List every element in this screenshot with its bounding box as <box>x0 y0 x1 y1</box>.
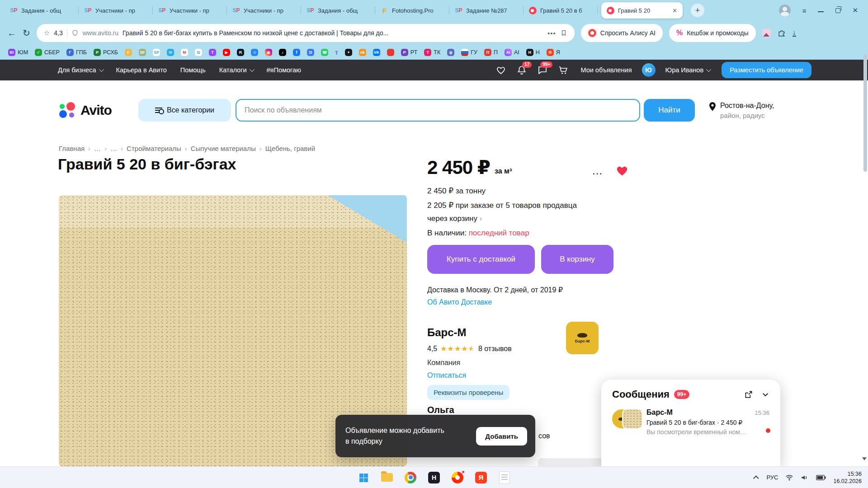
browser-tab[interactable]: Гравий 5 20✕ <box>601 2 683 19</box>
browser-tab[interactable]: SPУчастники - пр <box>79 0 153 21</box>
browser-tab[interactable]: SPУчастники - пр <box>227 0 301 21</box>
messages-chat-icon[interactable]: 99+ <box>537 65 548 75</box>
bookmark-item[interactable]: ГУ <box>461 49 477 56</box>
bookmark-item[interactable]: f <box>293 49 300 56</box>
browser-tab[interactable]: SPУчастники - пр <box>153 0 227 21</box>
seller-reviews[interactable]: 8 отзывов <box>478 345 512 353</box>
bookmark-item[interactable]: т <box>335 49 338 56</box>
shield-icon[interactable] <box>71 29 79 37</box>
about-delivery-link[interactable]: Об Авито Доставке <box>427 298 492 306</box>
bookmark-item[interactable]: РРТ <box>401 49 417 56</box>
browser-tab[interactable]: SPЗадание №287 <box>449 0 524 21</box>
minimize-button[interactable] <box>818 9 824 12</box>
downloads-icon[interactable]: ↓ <box>793 29 796 37</box>
unsubscribe-link[interactable]: Отписаться <box>427 371 466 380</box>
maximize-button[interactable] <box>835 8 840 13</box>
bookmark-item[interactable]: ok <box>359 49 366 56</box>
browser-tab[interactable]: FFotohosting.Pro <box>375 0 449 21</box>
file-explorer-icon[interactable] <box>378 469 396 486</box>
seller-name[interactable]: Барс-М <box>427 326 467 339</box>
search-submit-button[interactable]: Найти <box>644 99 695 122</box>
tray-expand-icon[interactable] <box>753 475 759 481</box>
yandex-app-icon[interactable]: Я <box>472 469 490 486</box>
bookmark-item[interactable]: ♪ <box>279 49 286 56</box>
bookmark-item[interactable]: SP <box>153 49 160 56</box>
bookmark-item[interactable]: ✓СБЕР <box>35 49 60 56</box>
collections-icon[interactable] <box>762 29 771 38</box>
bookmark-item[interactable] <box>387 49 394 56</box>
taskbar-clock[interactable]: 15:36 16.02.2026 <box>833 470 862 485</box>
user-avatar[interactable]: Ю <box>642 63 656 77</box>
battery-icon[interactable] <box>816 474 826 481</box>
avito-nav-item[interactable]: Каталоги <box>219 66 253 74</box>
bookmark-item[interactable]: ▶ <box>223 49 230 56</box>
search-input[interactable] <box>236 99 640 122</box>
notifications-bell-icon[interactable]: 17 <box>516 65 527 75</box>
bookmark-item[interactable]: F <box>125 49 132 56</box>
chrome-icon[interactable] <box>402 469 419 486</box>
back-icon[interactable]: ← <box>7 28 16 38</box>
post-ad-button[interactable]: Разместить объявление <box>722 62 811 78</box>
app-h-icon[interactable]: H <box>425 469 443 486</box>
wifi-icon[interactable] <box>785 474 793 481</box>
language-indicator[interactable]: РУС <box>766 474 778 481</box>
bookmark-item[interactable]: ◉ <box>265 49 272 56</box>
bookmark-item[interactable]: ☺ <box>251 49 258 56</box>
scrollbar-down-arrow[interactable] <box>862 457 867 460</box>
cart-icon[interactable] <box>558 65 569 75</box>
location-selector[interactable]: Ростов-на-Дону, район, радиус <box>708 102 774 119</box>
favorites-heart-icon[interactable] <box>495 65 506 75</box>
favorite-heart-icon[interactable] <box>615 164 629 177</box>
breadcrumb-item[interactable]: Сыпучие материалы <box>191 145 265 152</box>
bookmark-item[interactable]: ψ <box>447 49 454 56</box>
avito-logo[interactable]: Avito <box>59 102 126 119</box>
browser-tab[interactable]: SPЗадания - общ <box>5 0 79 21</box>
browser-tab[interactable]: SPЗадания - общ <box>301 0 375 21</box>
bookmark-item[interactable]: ЯЯ <box>547 49 560 56</box>
avito-nav-item[interactable]: Помощь <box>180 66 206 74</box>
avito-nav-item[interactable]: #яПомогаю <box>267 66 301 74</box>
more-icon[interactable]: ••• <box>547 29 556 37</box>
bookmark-item[interactable]: AIAI <box>505 49 519 56</box>
collapse-chevron-icon[interactable] <box>761 390 769 399</box>
avito-nav-item[interactable]: Карьера в Авито <box>116 66 167 74</box>
bookmark-item[interactable]: R <box>237 49 244 56</box>
breadcrumb-item[interactable]: … <box>110 145 127 152</box>
breadcrumb-item[interactable]: … <box>94 145 110 152</box>
bookmark-item[interactable]: T <box>209 49 216 56</box>
breadcrumb-item[interactable]: Стройматериалы <box>127 145 191 152</box>
add-to-cart-button[interactable]: В корзину <box>541 245 613 274</box>
bookmark-item[interactable]: ✉ <box>167 49 174 56</box>
bookmark-item[interactable]: ГГПБ <box>66 49 87 56</box>
tab-close-icon[interactable]: ✕ <box>670 7 677 14</box>
scrollbar-thumb[interactable] <box>863 54 867 172</box>
browser-profile-avatar[interactable] <box>779 5 791 16</box>
bookmark-item[interactable]: G <box>195 49 202 56</box>
bookmark-item[interactable]: ТТК <box>424 49 440 56</box>
bookmark-item[interactable]: VK <box>373 49 380 56</box>
extensions-puzzle-icon[interactable] <box>777 28 786 38</box>
yandex-browser-icon[interactable] <box>449 469 466 486</box>
reload-icon[interactable]: ↻ <box>23 28 30 38</box>
user-menu[interactable]: Юра Иванов <box>665 66 710 74</box>
open-external-icon[interactable] <box>744 390 753 399</box>
seller-avatar[interactable]: Барс-М <box>566 322 599 354</box>
add-to-collection-button[interactable]: Добавить <box>476 427 527 446</box>
bookmark-item[interactable]: ☎ <box>321 49 328 56</box>
message-list-item[interactable]: Барс-М 15:36 Гравий 5 20 в биг-бэгах · 2… <box>601 406 780 436</box>
url-box[interactable]: ☆ 4,3 www.avito.ru Гравий 5 20 в биг-бэг… <box>37 24 575 42</box>
bookmark-item[interactable]: SF <box>139 49 146 56</box>
browser-tab[interactable]: Гравий 5 20 в б <box>524 0 598 21</box>
seller-rating-row[interactable]: 4,5 ★★★★★★★★★★ 8 отзывов <box>427 344 512 353</box>
volume-icon[interactable] <box>801 474 809 481</box>
breadcrumb-item[interactable]: Главная <box>59 145 94 152</box>
site-rating-star-icon[interactable]: ☆ <box>44 29 50 37</box>
bookmark-item[interactable]: НН <box>526 49 540 56</box>
notes-app-icon[interactable] <box>496 469 513 486</box>
start-button[interactable] <box>355 469 372 486</box>
bookmark-item[interactable]: ПП <box>484 49 498 56</box>
all-categories-button[interactable]: Все категории <box>138 99 231 122</box>
avito-nav-item[interactable]: Для бизнеса <box>58 66 103 74</box>
my-ads-link[interactable]: Мои объявления <box>580 66 632 74</box>
bookmark-item[interactable]: ЮЮМ <box>8 49 28 56</box>
